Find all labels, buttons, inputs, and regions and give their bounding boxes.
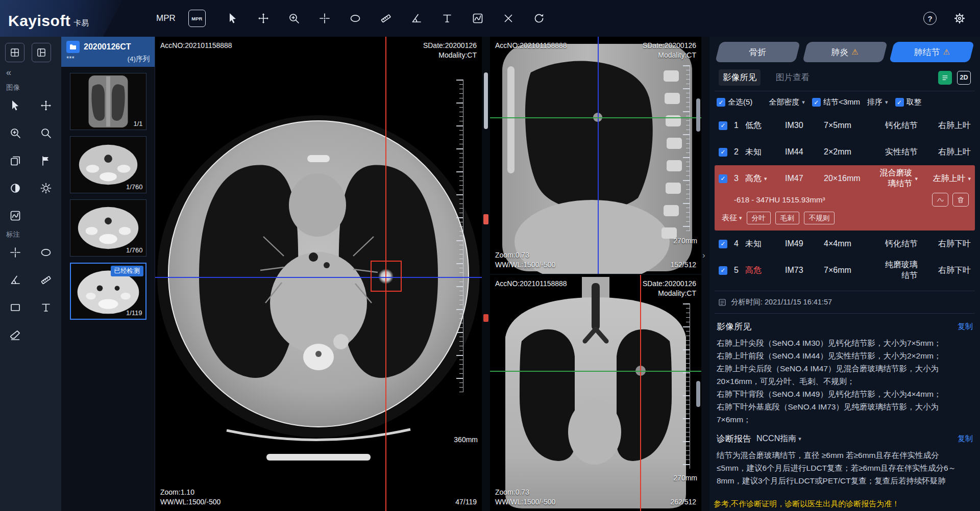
- coronal-ruler-label: 270mm: [673, 473, 697, 483]
- panel-collapse-chevron[interactable]: ›: [702, 250, 705, 261]
- annot-eraser-button[interactable]: [4, 324, 27, 346]
- text-icon: [441, 12, 453, 24]
- features-dropdown[interactable]: 表征▾: [722, 213, 742, 223]
- density-curve-icon: [936, 196, 944, 204]
- tab-image-view[interactable]: 图片查看: [772, 69, 814, 86]
- sidebar-flag-button[interactable]: [35, 149, 57, 172]
- annot-ruler-button[interactable]: [35, 269, 57, 291]
- layout-grid-button[interactable]: [5, 43, 24, 62]
- feature-tag-spiculation[interactable]: 毛刺: [775, 212, 799, 224]
- sidebar-window-level-button[interactable]: [4, 205, 27, 227]
- pan-tool-button[interactable]: [252, 7, 275, 30]
- annot-rectangle-button[interactable]: [4, 296, 27, 319]
- nodule-checkbox[interactable]: ✓: [719, 240, 727, 248]
- thumbnail-series-3[interactable]: 1/760: [70, 199, 146, 257]
- nodule-checkbox[interactable]: ✓: [719, 174, 727, 183]
- delete-nodule-button[interactable]: [952, 193, 969, 207]
- risk-dropdown[interactable]: 高危▾: [745, 173, 785, 184]
- nodule-checkbox[interactable]: ✓: [719, 121, 727, 130]
- panel-gutter: ›: [701, 37, 709, 511]
- coronal-ct-image: [490, 275, 701, 511]
- viewport-coronal[interactable]: AccNO:202101158888 SDate:20200126 Modali…: [490, 274, 701, 511]
- density-filter-dropdown[interactable]: 全部密度▾: [769, 97, 805, 107]
- viewport-axial[interactable]: AccNO:202101158888 SDate:20200126 Modali…: [155, 37, 482, 511]
- text-tool-button[interactable]: [436, 7, 458, 30]
- sagittal-crosshair-vertical[interactable]: [598, 37, 599, 274]
- nodule-row-3-expanded[interactable]: ✓ 3 高危▾ IM47 20×16mm 混合磨玻璃结节▾ 左肺上叶▾: [715, 165, 975, 231]
- ellipse-icon: [40, 246, 52, 259]
- annot-angle-button[interactable]: [4, 269, 27, 291]
- reset-tool-button[interactable]: [528, 7, 550, 30]
- sidebar-zoom-button[interactable]: [4, 122, 27, 144]
- study-header[interactable]: 20200126CT *** (4)序列: [61, 37, 155, 67]
- thumbnail-series-4-selected[interactable]: 已经检测 1/119: [70, 263, 146, 320]
- zoom-tool-button[interactable]: [283, 7, 305, 30]
- round-checkbox[interactable]: ✓ 取整: [895, 97, 922, 107]
- copy-report-button[interactable]: 复制: [958, 434, 973, 444]
- copy-findings-button[interactable]: 复制: [958, 322, 973, 331]
- nodule-checkbox[interactable]: ✓: [719, 266, 727, 275]
- coronal-crosshair-horizontal[interactable]: [490, 371, 701, 372]
- trash-icon: [957, 196, 965, 204]
- angle-tool-button[interactable]: [405, 7, 428, 30]
- feature-tag-lobulation[interactable]: 分叶: [747, 212, 771, 224]
- nodule-roi-box[interactable]: [371, 261, 401, 292]
- thumbnail-scout[interactable]: 1/1: [70, 73, 146, 130]
- feature-tag-irregular[interactable]: 不规则: [804, 212, 835, 224]
- thumbnail-series-2[interactable]: 1/760: [70, 136, 146, 193]
- help-button[interactable]: ?: [919, 7, 941, 30]
- sagittal-crosshair-horizontal[interactable]: [490, 117, 701, 118]
- nodule-checkbox[interactable]: ✓: [719, 148, 727, 157]
- nccn-guide-dropdown[interactable]: NCCN指南▾: [756, 433, 801, 444]
- report-green-button[interactable]: [938, 71, 952, 85]
- scrollbar-handle[interactable]: [484, 72, 488, 130]
- scrollbar-position-marker-2[interactable]: [483, 314, 488, 322]
- location-dropdown[interactable]: 左肺上叶▾: [918, 173, 971, 184]
- coronal-scrollbar-handle[interactable]: [696, 381, 700, 407]
- app-root: Kayisoft 卡易 MPR MPR: [0, 0, 980, 511]
- select-all-checkbox[interactable]: ✓ 全选(5): [717, 97, 752, 107]
- settings-button[interactable]: [948, 7, 971, 30]
- coronal-crosshair-vertical[interactable]: [640, 275, 641, 511]
- axial-crosshair-horizontal[interactable]: [155, 277, 482, 278]
- small-nodule-checkbox[interactable]: ✓ 结节<3mm: [812, 97, 860, 107]
- close-tool-button[interactable]: [497, 7, 520, 30]
- collapse-sidebar-button[interactable]: «: [0, 67, 11, 80]
- nodule-row-4[interactable]: ✓ 4 未知 IM49 4×4mm 钙化结节 右肺下叶: [715, 231, 975, 257]
- annot-text-button[interactable]: [35, 296, 57, 319]
- axial-acc-label: AccNO:202101158888: [160, 41, 232, 50]
- view-2d-button[interactable]: 2D: [957, 71, 971, 85]
- cursor-tool-button[interactable]: [222, 7, 244, 30]
- nodule-row-2[interactable]: ✓ 2 未知 IM44 2×2mm 实性结节 右肺上叶: [715, 139, 975, 165]
- viewport-sagittal[interactable]: AccNO:202101158888 SDate:20200126 Modali…: [490, 37, 701, 274]
- type-dropdown[interactable]: 混合磨玻璃结节▾: [878, 168, 918, 189]
- density-curve-button[interactable]: [932, 193, 948, 207]
- layout-columns-button[interactable]: [32, 43, 51, 62]
- ellipse-tool-button[interactable]: [344, 7, 366, 30]
- coronal-acc-label: AccNO:202101158888: [495, 279, 567, 289]
- ruler-tool-button[interactable]: [375, 7, 397, 30]
- scrollbar-position-marker[interactable]: [483, 214, 488, 224]
- annot-ellipse-button[interactable]: [35, 241, 57, 264]
- sidebar-brightness-button[interactable]: [35, 177, 57, 199]
- window-level-icon: [472, 12, 484, 24]
- sidebar-copy-button[interactable]: [4, 149, 27, 172]
- sort-dropdown[interactable]: 排序▾: [867, 97, 888, 107]
- annot-crosshair-button[interactable]: [4, 241, 27, 264]
- tab-findings[interactable]: 影像所见: [719, 69, 761, 86]
- nodule-row-5[interactable]: ✓ 5 高危 IM73 7×6mm 纯磨玻璃结节 右肺下叶: [715, 257, 975, 284]
- sidebar-pan-button[interactable]: [35, 94, 57, 117]
- window-level-tool-button[interactable]: [467, 7, 489, 30]
- nodule-row-1[interactable]: ✓ 1 低危 IM30 7×5mm 钙化结节 右肺上叶: [715, 112, 975, 139]
- crosshair-tool-button[interactable]: [313, 7, 336, 30]
- sidebar-search-button[interactable]: [35, 122, 57, 144]
- sagittal-ruler: [683, 65, 690, 232]
- tab-lung-nodule[interactable]: 肺结节 ⚠: [892, 42, 972, 62]
- sidebar-cursor-button[interactable]: [4, 94, 27, 117]
- tab-pneumonia[interactable]: 肺炎 ⚠: [805, 42, 885, 62]
- study-title: 20200126CT: [84, 42, 131, 52]
- mpr-layout-button[interactable]: MPR: [186, 7, 208, 30]
- tab-fracture[interactable]: 骨折: [718, 42, 798, 62]
- sidebar-contrast-button[interactable]: [4, 177, 27, 199]
- sagittal-scrollbar-handle[interactable]: [696, 98, 700, 132]
